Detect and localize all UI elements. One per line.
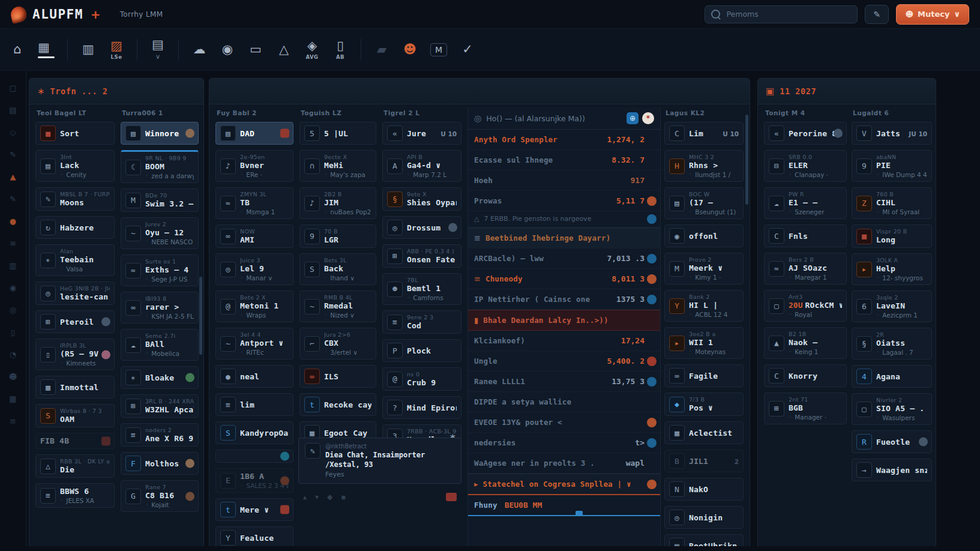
card-item[interactable]: ▸3OLK AHelp◦12- shyygros	[852, 253, 932, 285]
card-item[interactable]: tMere ∨	[215, 498, 293, 521]
stats-row[interactable]: Ungle5,400. 2	[468, 351, 660, 372]
card-item[interactable]: ▦Vispr 20 BLong	[852, 224, 932, 248]
card-item[interactable]: ∗Bloake	[121, 366, 199, 389]
sidebar-diamond-icon[interactable]: ◇	[10, 128, 16, 136]
card-item[interactable]: «JureU 10	[382, 122, 461, 145]
stats-row[interactable]: EVEOE 13Y& pouter <	[468, 412, 660, 433]
toolbar-sphere-icon[interactable]: ◉	[220, 43, 235, 56]
stats-row[interactable]: IP Nettirher ( Cainsc one1375 3	[468, 289, 660, 310]
card-item[interactable]: tRecoke cay	[299, 393, 376, 416]
card-item[interactable]: ⌐Jura 2>6CBX◦3/ertel ∨	[299, 328, 376, 360]
toolbar-check-icon[interactable]: ✓	[460, 43, 475, 56]
stats-row[interactable]: FhunyBEU0B MM	[468, 495, 660, 516]
card-item[interactable]: ≡BBWS 6◦JELES XA	[35, 483, 115, 508]
card-item[interactable]: ~Jurev 2Oyu — 12◦NEBE NASCO	[121, 217, 199, 249]
user-menu-button[interactable]: ☻ Mutecy ∨	[896, 4, 969, 25]
card-item[interactable]: 9abaNNPIE◦IWe Dump 4 42	[852, 150, 932, 182]
card-item[interactable]: PPlock	[382, 339, 461, 362]
stats-row[interactable]: Prowas5,11 7	[468, 191, 660, 211]
sidebar-grid2-icon[interactable]: ▦	[9, 395, 16, 403]
card-item[interactable]: MProve 2Meerk ∨◦Kimy 1 ·	[664, 253, 744, 285]
card-item[interactable]: @Bete 2 XMetoni 1◦Wraps	[215, 291, 293, 322]
toolbar-landmass-icon[interactable]: ▰	[374, 43, 389, 56]
stats-section-row[interactable]: ≡Beetbined Ihebringe Dayarr)	[468, 227, 660, 248]
card-item[interactable]: ▦Inmottal	[35, 376, 115, 399]
card-item[interactable]: ▤3IntLack◦Cenity	[35, 150, 115, 182]
card-item[interactable]: ▢Nivrler 2SIO A5 — .◦Wasulpers	[852, 393, 932, 425]
card-item[interactable]: ☾9R NL · 9B9 9BOOM◦zed a a darwy	[121, 150, 199, 183]
card-item[interactable]: CLimU 10	[664, 122, 744, 145]
stats-section-row[interactable]: ▸Statechel on Cogresa Snpllea | ∨	[468, 474, 660, 495]
card-item[interactable]: ✎MBSL B 7 · FURP 1 2L.0.4 >Moons	[35, 187, 115, 211]
stats-row[interactable]: Hoeh917	[468, 170, 660, 191]
sidebar-user-icon[interactable]: ☻	[9, 373, 17, 381]
panel-main-header[interactable]	[209, 79, 750, 104]
sidebar-rocket-icon[interactable]: ▲	[10, 173, 16, 181]
sidebar-clock-icon[interactable]: ◔	[10, 351, 16, 358]
card-item[interactable]: §9ete XShies Oypar 1	[382, 187, 461, 211]
card-item[interactable]: SKandyropOats	[215, 421, 293, 444]
stats-row[interactable]: Ecasse sul Ihnege8.32. 7	[468, 150, 660, 170]
card-item[interactable]: SBets 3LBack◦Ihand ∨	[299, 253, 376, 285]
sidebar-table-icon[interactable]: ▤	[9, 106, 16, 114]
sidebar-gear-icon[interactable]: ◉	[10, 284, 16, 292]
card-item[interactable]: ?Mind Epiror	[382, 396, 461, 419]
card-item[interactable]: ∞Fagile	[664, 364, 744, 387]
card-item[interactable]: NNakO	[664, 478, 744, 501]
sidebar-eye-icon[interactable]: ◎	[10, 306, 16, 314]
card-item[interactable]: ▢Ant320UROckCM ∨◦Royal	[764, 290, 847, 322]
card-item[interactable]: ⊞ABB · PE 0.3 4 )Onsen Fate	[382, 244, 461, 268]
toolbar-mbox-icon[interactable]: M	[430, 43, 447, 56]
card-item[interactable]: ▤BOC W(17 —◦Bseungut (1)	[664, 187, 744, 219]
card-item[interactable]: E1B6 A◦SALES 2 3 4 B	[215, 468, 293, 493]
card-item[interactable]: ∞IBI93 8rarer >◦KSH JA 2-5 FL	[121, 292, 199, 324]
card-item[interactable]: ≡noders 2Ane X R6 9	[121, 423, 199, 447]
card-item[interactable]: ~RMB B 4LRmedal◦Nized ∨	[299, 291, 376, 322]
card-item[interactable]: ▦Aclectist	[664, 421, 744, 444]
card-item[interactable]: ⊞3RL B · 244 XRAW3ZHL Apcal	[121, 394, 199, 418]
sidebar-frame-icon[interactable]: ▢	[9, 84, 16, 92]
card-item[interactable]: ≡9ene 2 3Cod	[382, 310, 461, 334]
panel-calendar-header[interactable]: ▣ 11 2027	[758, 79, 936, 104]
card-item[interactable]: VJattsJU 10	[852, 122, 932, 145]
card-item[interactable]: ☻7BLBemtl 1◦Camforns	[382, 273, 461, 305]
card-item[interactable]: YFealuce	[215, 526, 293, 546]
card-item[interactable]: ♪2e-95enBvner◦ERe ·	[215, 150, 293, 182]
toolbar-doc-icon[interactable]: ▤∨	[150, 38, 166, 61]
card-item[interactable]: ▤Winnore	[121, 122, 199, 145]
card-item[interactable]: ∞NOWAMI	[215, 224, 293, 248]
drag-handle[interactable]	[576, 511, 583, 516]
card-item[interactable]: ▲B2 1BNaok —◦Keing 1	[764, 327, 847, 359]
card-item[interactable]: ∞ILS	[299, 365, 376, 388]
card-item[interactable]: ▯IRPLB 3L(R5 — 9V 4◦Kimneets	[35, 339, 115, 370]
card-item[interactable]: FMolthos	[121, 452, 199, 475]
card-item[interactable]: ♪2B2 BJIM◦nuBaes Pop2 ∨	[299, 187, 376, 219]
toolbar-paint-icon[interactable]: ▨LSe	[109, 40, 124, 60]
card-item[interactable]: ◆7/3 BPos ∨	[664, 393, 744, 416]
card-item[interactable]: BJIL12	[664, 450, 744, 472]
toolbar-user-icon[interactable]: ☻	[402, 43, 418, 56]
card-item[interactable]: SWirbas 8 · 7 3OAM	[35, 404, 115, 427]
card-item[interactable]: ≡lim	[215, 393, 293, 416]
sidebar-bookmark-icon[interactable]: ▯	[11, 328, 15, 336]
card-item[interactable]: CFnls	[764, 224, 847, 247]
card-item[interactable]: AAPI BGa4-d ∨◦Marp 7.2 L	[382, 150, 461, 182]
sidebar-menu-icon[interactable]: ≡	[10, 417, 16, 425]
panel-trofn-header[interactable]: ∗ Trofn ... 2	[29, 79, 203, 104]
card-item[interactable]: ◎Drossum	[382, 216, 461, 239]
card-item[interactable]: ∗AlanTeebain◦Valsa	[35, 244, 115, 276]
stats-header[interactable]: ◎ Ho() — (al Alarsunjke Ma)) ⊕ *	[468, 107, 660, 130]
stats-row[interactable]: DIPDE a setya wallice	[468, 392, 660, 412]
card-item[interactable]: ≈Bers 2 BAJ SOazc◦Maregar 1	[764, 253, 847, 285]
toolbar-clipboard-icon[interactable]: ▯AB	[332, 40, 348, 60]
card-item[interactable]: ●neal	[215, 365, 293, 388]
stats-row[interactable]: Ranee LLLL113,75 3	[468, 372, 660, 392]
card-item[interactable]: ☁PW RE1 — —◦Szeneger	[764, 187, 847, 219]
card-item[interactable]: MBDe 70Swim 3.2 — )	[121, 188, 199, 212]
card-item[interactable]	[215, 450, 293, 463]
card-item[interactable]: 4Agana	[852, 365, 932, 388]
stats-row[interactable]: WaAgese ner in preolts 3 .wapl	[468, 453, 660, 474]
card-item[interactable]: GRane 7C8 B16◦Kojait	[121, 480, 199, 512]
sidebar-rows-icon[interactable]: ▥	[9, 262, 16, 269]
card-item[interactable]: ◎Nonigin	[664, 506, 744, 529]
